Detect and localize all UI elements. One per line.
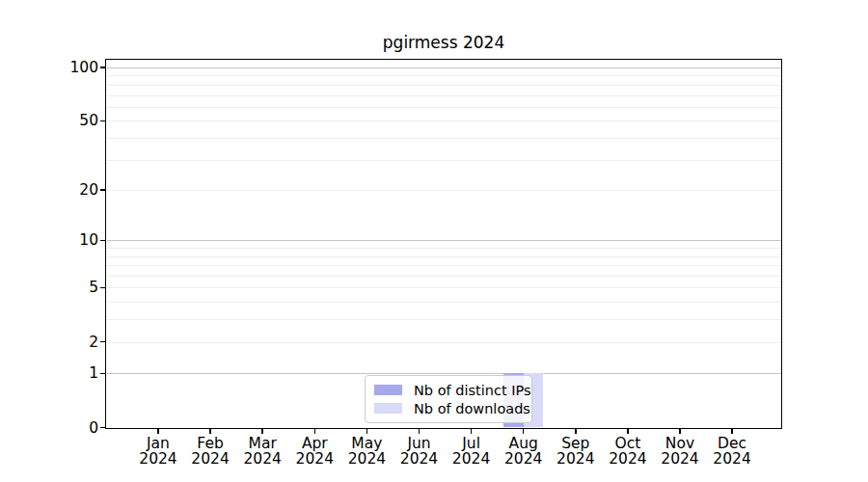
x-tick-jul-2024 (471, 428, 473, 434)
gridline-y60 (107, 107, 782, 108)
gridline-y40 (107, 138, 782, 139)
x-tick-mar-2024 (261, 428, 263, 434)
x-tick-apr-2024 (314, 428, 316, 434)
y-tick-20 (100, 189, 106, 191)
legend-swatch-distinct-ips (374, 385, 402, 395)
gridline-y20 (107, 190, 782, 191)
gridline-y2 (107, 342, 782, 343)
y-tick-label-5: 5 (2, 280, 98, 295)
x-tick-label-feb-2024: Feb2024 (183, 437, 237, 467)
x-tick-label-may-2024: May2024 (339, 437, 393, 467)
x-tick-label-aug-2024: Aug2024 (497, 437, 551, 467)
y-tick-label-0: 0 (2, 420, 98, 436)
x-tick-sep-2024 (575, 428, 577, 434)
y-tick-label-100: 100 (2, 60, 98, 75)
x-tick-label-oct-2024: Oct2024 (601, 437, 655, 467)
legend: Nb of distinct IPs Nb of downloads (365, 375, 532, 423)
gridline-y3 (107, 319, 782, 320)
y-tick-label-2: 2 (2, 335, 98, 350)
legend-item-distinct-ips: Nb of distinct IPs (374, 381, 523, 399)
x-tick-label-jun-2024: Jun2024 (393, 437, 447, 467)
x-tick-label-sep-2024: Sep2024 (549, 437, 603, 467)
legend-item-downloads: Nb of downloads (374, 399, 523, 417)
gridline-y4 (107, 302, 782, 303)
gridline-y5 (107, 287, 782, 288)
gridline-y9 (107, 248, 782, 249)
x-tick-jun-2024 (419, 428, 420, 434)
gridline-y80 (107, 85, 782, 86)
gridline-y70 (107, 95, 782, 96)
legend-swatch-downloads (374, 403, 402, 414)
legend-label-distinct-ips: Nb of distinct IPs (414, 383, 531, 398)
gridline-y8 (107, 256, 782, 257)
gridline-y10 (107, 240, 782, 241)
x-tick-dec-2024 (731, 428, 733, 434)
gridline-y100 (107, 67, 782, 68)
y-tick-label-10: 10 (2, 232, 98, 248)
x-tick-label-mar-2024: Mar2024 (235, 437, 289, 467)
y-tick-0 (100, 427, 106, 429)
x-tick-label-apr-2024: Apr2024 (287, 437, 341, 467)
y-tick-2 (100, 341, 106, 343)
y-tick-label-1: 1 (2, 365, 98, 381)
gridline-y30 (107, 160, 782, 161)
gridline-y90 (107, 75, 782, 76)
x-tick-oct-2024 (627, 428, 629, 434)
y-tick-label-20: 20 (2, 182, 98, 198)
y-tick-50 (100, 120, 106, 122)
x-tick-label-jul-2024: Jul2024 (445, 437, 499, 467)
legend-label-downloads: Nb of downloads (414, 401, 530, 416)
chart-title: pgirmess 2024 (106, 33, 781, 52)
x-tick-label-nov-2024: Nov2024 (653, 437, 707, 467)
y-tick-1 (100, 373, 106, 375)
x-tick-nov-2024 (679, 428, 681, 434)
chart-figure: pgirmess 2024 0125102050100 Jan2024Feb20… (0, 0, 868, 482)
x-tick-jan-2024 (157, 428, 159, 434)
gridline-y6 (107, 276, 782, 277)
y-tick-100 (100, 67, 106, 68)
gridline-y50 (107, 120, 782, 121)
y-tick-label-50: 50 (2, 113, 98, 128)
y-tick-10 (100, 240, 106, 242)
x-tick-feb-2024 (209, 428, 211, 434)
y-tick-5 (100, 287, 106, 289)
x-tick-label-jan-2024: Jan2024 (131, 437, 185, 467)
x-tick-label-dec-2024: Dec2024 (705, 437, 759, 467)
gridline-y7 (107, 265, 782, 266)
x-tick-may-2024 (366, 428, 368, 434)
x-tick-aug-2024 (523, 428, 525, 434)
